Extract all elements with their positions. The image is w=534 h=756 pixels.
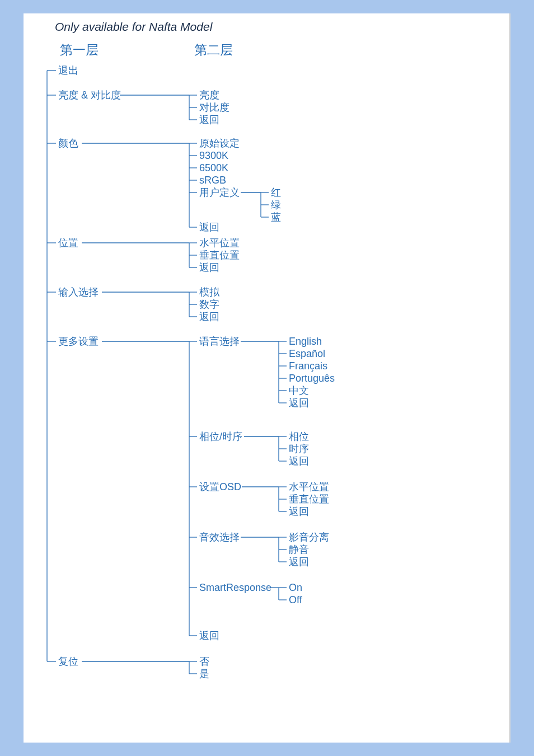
color-f: 返回 <box>199 222 219 233</box>
color-user-b: 蓝 <box>271 212 281 223</box>
more-phase: 相位/时序 <box>199 431 242 442</box>
lang-b: Español <box>289 348 325 359</box>
color-user-r: 红 <box>271 187 281 198</box>
bright-a: 亮度 <box>199 90 219 101</box>
tree-lines <box>24 13 510 743</box>
pos-b: 垂直位置 <box>199 250 240 261</box>
reset-a: 否 <box>199 656 209 667</box>
osd-b: 垂直位置 <box>289 494 329 505</box>
color-e: 用户定义 <box>199 187 240 198</box>
phase-c: 返回 <box>289 456 309 467</box>
pos-c: 返回 <box>199 262 219 273</box>
inp-b: 数字 <box>199 299 219 310</box>
lang-a: English <box>289 336 322 347</box>
bright-c: 返回 <box>199 114 219 125</box>
l1-bright: 亮度 & 对比度 <box>58 90 121 101</box>
audio-a: 影音分离 <box>289 532 329 543</box>
more-osd: 设置OSD <box>199 481 241 492</box>
phase-b: 时序 <box>289 443 309 454</box>
color-d: sRGB <box>199 175 226 186</box>
l1-exit: 退出 <box>58 65 78 76</box>
more-lang: 语言选择 <box>199 336 240 347</box>
phase-a: 相位 <box>289 431 309 442</box>
smart-a: On <box>289 582 302 593</box>
more-audio: 音效选择 <box>199 532 240 543</box>
color-c: 6500K <box>199 162 228 173</box>
more-back: 返回 <box>199 630 219 641</box>
page: Only available for Nafta Model 第一层 第二层 <box>24 13 510 743</box>
l1-reset: 复位 <box>58 656 78 667</box>
osd-c: 返回 <box>289 506 309 517</box>
osd-a: 水平位置 <box>289 481 329 492</box>
pos-a: 水平位置 <box>199 237 240 248</box>
audio-c: 返回 <box>289 556 309 567</box>
color-b: 9300K <box>199 150 228 161</box>
inp-c: 返回 <box>199 311 219 322</box>
lang-f: 返回 <box>289 397 309 408</box>
bright-b: 对比度 <box>199 102 229 113</box>
color-a: 原始设定 <box>199 138 240 149</box>
more-smart: SmartResponse <box>199 582 271 593</box>
lang-c: Français <box>289 360 327 372</box>
l1-more: 更多设置 <box>58 336 99 347</box>
l1-input: 输入选择 <box>58 287 99 298</box>
lang-d: Português <box>289 373 335 384</box>
inp-a: 模拟 <box>199 287 219 298</box>
lang-e: 中文 <box>289 385 309 396</box>
audio-b: 静音 <box>289 544 309 555</box>
l1-position: 位置 <box>58 237 78 248</box>
color-user-g: 绿 <box>271 199 281 210</box>
l1-color: 颜色 <box>58 138 78 149</box>
reset-b: 是 <box>199 668 209 679</box>
smart-b: Off <box>289 594 302 605</box>
